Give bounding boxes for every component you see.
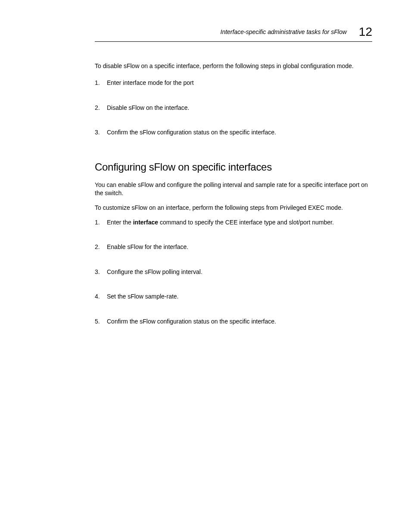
section-a-steps: Enter interface mode for the port Disabl… — [95, 79, 372, 137]
running-title: Interface-specific administrative tasks … — [221, 28, 347, 35]
list-item: Enter interface mode for the port — [107, 79, 372, 87]
section-a-intro: To disable sFlow on a specific interface… — [95, 62, 372, 69]
step1-prefix: Enter the — [107, 219, 133, 226]
step1-bold: interface — [133, 219, 158, 226]
list-item: Enable sFlow for the interface. — [107, 243, 372, 252]
list-item: Enter the interface command to specify t… — [107, 218, 372, 227]
page: Interface-specific administrative tasks … — [0, 0, 411, 532]
running-header: Interface-specific administrative tasks … — [95, 26, 372, 42]
section-b-p2: To customize sFlow on an interface, perf… — [95, 204, 372, 212]
section-b-p1: You can enable sFlow and configure the p… — [95, 181, 372, 198]
list-item: Set the sFlow sample-rate. — [107, 292, 372, 301]
list-item: Confirm the sFlow configuration status o… — [107, 128, 372, 137]
section-b-steps: Enter the interface command to specify t… — [95, 218, 372, 326]
chapter-number: 12 — [359, 26, 372, 38]
section-b-heading: Configuring sFlow on specific interfaces — [95, 161, 372, 173]
list-item: Disable sFlow on the interface. — [107, 104, 372, 112]
list-item: Configure the sFlow polling interval. — [107, 268, 372, 277]
step1-suffix: command to specify the CEE interface typ… — [158, 219, 334, 226]
list-item: Confirm the sFlow configuration status o… — [107, 317, 372, 326]
